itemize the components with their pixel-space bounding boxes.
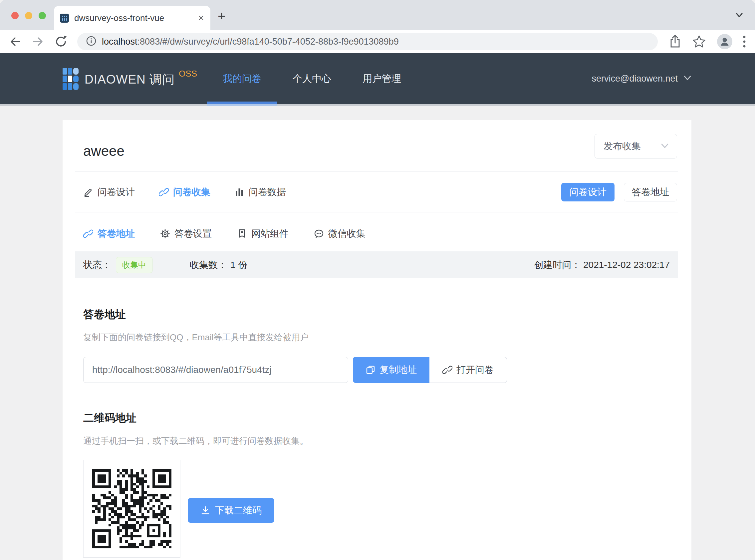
user-email: service@diaowen.net [592,74,678,84]
download-icon [200,505,210,515]
zoom-window-button[interactable] [39,12,46,19]
chat-icon [314,229,324,239]
back-icon[interactable] [9,35,22,48]
status-badge: 收集中 [116,257,152,273]
favicon-icon [60,14,69,23]
publish-status-value: 发布收集 [604,140,660,153]
new-tab-button[interactable]: + [218,9,225,23]
brand-badge: OSS [179,68,197,79]
survey-design-button[interactable]: 问卷设计 [561,183,614,201]
link-icon [159,187,169,197]
nav-item-personal-center[interactable]: 个人中心 [277,53,347,104]
collect-count-label: 收集数： [190,259,227,271]
qr-section: 二维码地址 通过手机扫一扫，或下载二维码，即可进行问卷数据收集。 下载二维码 [63,411,691,558]
answer-url-button[interactable]: 答卷地址 [624,183,677,201]
chevron-down-icon [660,143,670,149]
tab-close-icon[interactable]: × [198,13,204,23]
url-text[interactable]: localhost:8083/#/dw/survey/c/url/c98fa14… [102,37,399,47]
download-qr-button[interactable]: 下载二维码 [188,498,274,523]
copy-icon [366,365,375,375]
survey-tabs: 问卷设计 问卷收集 问卷数据 问卷设计 答卷地址 [63,172,691,212]
tab-title: dwsurvey-oss-front-vue [74,13,194,23]
status-bar: 状态： 收集中 收集数： 1 份 创建时间： 2021-12-02 23:02:… [75,252,678,278]
nav-item-my-surveys[interactable]: 我的问卷 [207,53,277,104]
close-window-button[interactable] [11,12,19,19]
bookmark-star-icon[interactable] [692,35,707,48]
minimize-window-button[interactable] [25,12,32,19]
survey-url-input[interactable] [83,357,348,383]
user-menu[interactable]: service@diaowen.net [592,53,692,104]
bar-chart-icon [234,187,244,197]
brand-logo-icon [63,68,79,91]
info-icon[interactable] [85,35,97,48]
browser-toolbar: localhost:8083/#/dw/survey/c/url/c98fa14… [0,30,755,53]
forward-icon[interactable] [31,35,45,48]
subtab-answer-url[interactable]: 答卷地址 [83,227,135,240]
qr-row: 下载二维码 [83,460,677,558]
app-navbar: DIAOWEN 调问 OSS 我的问卷 个人中心 用户管理 service@di… [0,53,755,106]
title-row: aweee 发布收集 [63,120,691,172]
created-time: 创建时间： 2021-12-02 23:02:17 [534,259,670,271]
survey-title: aweee [83,143,677,159]
publish-status-select[interactable]: 发布收集 [595,134,677,159]
brand-name: DIAOWEN 调问 [85,71,175,88]
nav-bottom-border [0,104,755,106]
page-background: aweee 发布收集 问卷设计 问卷收集 问卷数据 [0,106,755,560]
traffic-lights [11,12,46,19]
collect-count-value: 1 份 [230,259,247,271]
url-button-group: 复制地址 打开问卷 [353,357,507,383]
answer-url-desc: 复制下面的问卷链接到QQ，Email等工具中直接发给被用户 [83,332,677,343]
link-icon [443,365,452,375]
answer-url-heading: 答卷地址 [83,308,677,321]
answer-url-section: 答卷地址 复制下面的问卷链接到QQ，Email等工具中直接发给被用户 复制地址 … [63,308,691,383]
chevron-down-icon [682,75,692,83]
status-label: 状态： [83,259,111,271]
link-icon [83,229,93,239]
tab-search-icon[interactable] [734,11,745,21]
tab-survey-design[interactable]: 问卷设计 [83,186,135,198]
answer-url-row: 复制地址 打开问卷 [83,357,677,383]
survey-card: aweee 发布收集 问卷设计 问卷收集 问卷数据 [63,120,691,560]
open-survey-button[interactable]: 打开问卷 [429,357,507,383]
share-icon[interactable] [669,34,682,49]
browser-menu-icon[interactable] [742,34,746,49]
tab-survey-data[interactable]: 问卷数据 [234,186,286,198]
browser-profile-avatar[interactable] [717,34,732,49]
tag-icon [237,229,247,239]
qr-desc: 通过手机扫一扫，或下载二维码，即可进行问卷数据收集。 [83,436,677,446]
qr-code [83,460,180,558]
nav-items: 我的问卷 个人中心 用户管理 [207,53,417,104]
subtab-wechat-collect[interactable]: 微信收集 [314,227,366,240]
tab-strip: dwsurvey-oss-front-vue × + [0,0,755,30]
browser-tab[interactable]: dwsurvey-oss-front-vue × [54,6,210,30]
url-bar[interactable]: localhost:8083/#/dw/survey/c/url/c98fa14… [77,33,658,50]
nav-item-user-management[interactable]: 用户管理 [347,53,417,104]
nav-active-underline-glow [207,104,277,106]
browser-window: dwsurvey-oss-front-vue × + localhost:808… [0,0,755,560]
subtab-answer-settings[interactable]: 答卷设置 [160,227,212,240]
qr-heading: 二维码地址 [83,411,677,424]
gear-icon [160,229,170,239]
pencil-icon [83,187,93,197]
collect-subtabs: 答卷地址 答卷设置 网站组件 微信收集 [63,213,691,252]
brand[interactable]: DIAOWEN 调问 OSS [63,68,197,91]
tab-survey-collect[interactable]: 问卷收集 [159,186,210,198]
reload-icon[interactable] [54,35,68,48]
copy-url-button[interactable]: 复制地址 [353,357,429,383]
nav-active-underline [207,102,277,104]
tab-actions: 问卷设计 答卷地址 [561,183,677,201]
subtab-site-widget[interactable]: 网站组件 [237,227,289,240]
